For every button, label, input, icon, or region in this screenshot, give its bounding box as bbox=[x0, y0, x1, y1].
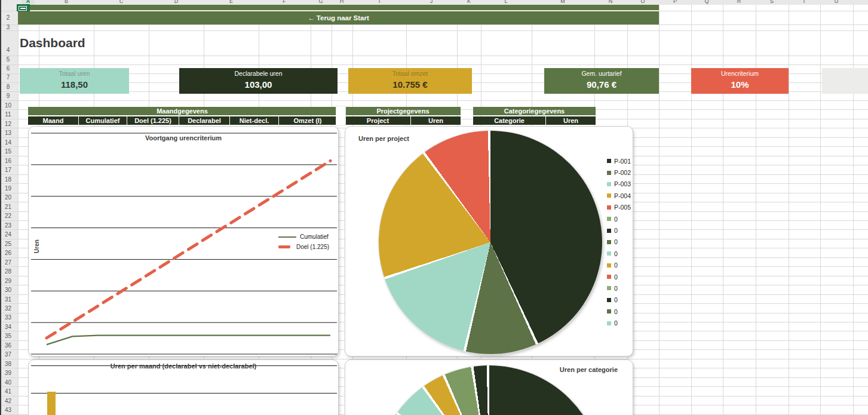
column-header-letter[interactable]: T bbox=[798, 0, 810, 4]
row-header-number[interactable]: 15 bbox=[0, 148, 16, 155]
selected-cell[interactable] bbox=[336, 106, 345, 125]
column-header-letter[interactable]: S bbox=[766, 0, 778, 4]
row-header-number[interactable]: 27 bbox=[0, 259, 16, 266]
chart-uren-per-categorie[interactable]: Uren per categorie bbox=[345, 359, 633, 415]
column-header-letter[interactable]: R bbox=[733, 0, 745, 4]
chart-voortgang-urencriterium[interactable]: Voortgang urencriterium Uren Cumulatief … bbox=[28, 126, 339, 356]
row-header-number[interactable]: 31 bbox=[0, 296, 16, 303]
column-header-letter[interactable]: O bbox=[637, 0, 649, 4]
legend-item[interactable]: 0 bbox=[607, 248, 631, 259]
row-header-number[interactable]: 23 bbox=[0, 222, 16, 229]
row-header-number[interactable]: 20 bbox=[0, 194, 16, 201]
legend-item[interactable]: P-002 bbox=[607, 167, 631, 178]
kpi-card-werkdagen-clipped[interactable]: Werk 1 bbox=[822, 68, 868, 94]
row-header-number[interactable]: 19 bbox=[0, 185, 16, 192]
chart-uren-per-maand[interactable]: Uren per maand (declarabel vs niet-decla… bbox=[28, 359, 339, 415]
column-header-letter[interactable]: B bbox=[60, 0, 72, 4]
row-header-number[interactable]: 3 bbox=[0, 24, 16, 30]
legend-item[interactable]: P-005 bbox=[607, 202, 631, 213]
column-header-letter[interactable]: D bbox=[170, 0, 182, 4]
row-header-number[interactable]: 24 bbox=[0, 231, 16, 238]
row-header-number[interactable]: 40 bbox=[0, 379, 16, 386]
legend-item[interactable]: 0 bbox=[607, 282, 631, 294]
row-header-number[interactable]: 22 bbox=[0, 213, 16, 219]
row-header-number[interactable]: 6 bbox=[0, 65, 16, 72]
column-header-letter[interactable]: G bbox=[315, 0, 327, 4]
table-column-header[interactable]: Declarabel bbox=[179, 116, 229, 125]
table-column-header[interactable]: Niet-decl. bbox=[229, 116, 278, 125]
table-group-projectgegevens[interactable]: Projectgegevens bbox=[345, 107, 461, 115]
legend-item[interactable]: P-003 bbox=[607, 179, 631, 190]
row-header-number[interactable]: 14 bbox=[0, 139, 16, 146]
row-header-number[interactable]: 39 bbox=[0, 370, 16, 376]
row-header-number[interactable]: 33 bbox=[0, 314, 16, 321]
legend-item[interactable]: 0 bbox=[607, 317, 631, 328]
legend-item[interactable]: 0 bbox=[607, 294, 631, 306]
table-column-header[interactable]: Uren bbox=[545, 116, 596, 125]
row-header-number[interactable]: 26 bbox=[0, 250, 16, 256]
row-header-number[interactable]: 17 bbox=[0, 167, 16, 173]
column-header-letter[interactable]: P bbox=[669, 0, 681, 4]
chart-uren-per-project[interactable]: Uren per project P-001P-002P-003P-004P-0… bbox=[345, 126, 633, 356]
row-header-number[interactable]: 18 bbox=[0, 176, 16, 183]
row-header-number[interactable]: 30 bbox=[0, 287, 16, 293]
kpi-card-declarabele-uren[interactable]: Declarabele uren 103,00 bbox=[179, 68, 338, 94]
table-column-header[interactable]: Categorie bbox=[473, 116, 545, 125]
row-header-number[interactable]: 35 bbox=[0, 333, 16, 339]
row-header-number[interactable]: 32 bbox=[0, 305, 16, 312]
kpi-card-totaal-uren[interactable]: Totaal uren 118,50 bbox=[20, 68, 129, 94]
table-column-header[interactable]: Project bbox=[345, 116, 410, 125]
table-group-maandgegevens[interactable]: Maandgegevens bbox=[28, 107, 336, 115]
kpi-card-urencriterium[interactable]: Urencriterium 10% bbox=[691, 68, 789, 94]
row-header-number[interactable]: 4 bbox=[0, 47, 16, 53]
column-header-letter[interactable]: J bbox=[425, 0, 437, 4]
column-header-letter[interactable]: K bbox=[463, 0, 475, 4]
column-header-letter[interactable]: H bbox=[336, 0, 348, 4]
table-group-categoriegegevens[interactable]: Categoriegegevens bbox=[473, 107, 596, 115]
row-header-number[interactable]: 36 bbox=[0, 342, 16, 349]
row-header-number[interactable]: 25 bbox=[0, 241, 16, 247]
legend-item[interactable]: P-001 bbox=[607, 155, 631, 167]
column-header-letter[interactable]: E bbox=[225, 0, 237, 4]
row-header-number[interactable]: 43 bbox=[0, 407, 16, 413]
row-header-number[interactable]: 28 bbox=[0, 268, 16, 275]
row-header-number[interactable]: 5 bbox=[0, 56, 16, 63]
row-header-number[interactable]: 34 bbox=[0, 324, 16, 330]
legend-item[interactable]: 0 bbox=[607, 236, 631, 248]
row-header-number[interactable]: 41 bbox=[0, 388, 16, 395]
row-header-number[interactable]: 16 bbox=[0, 158, 16, 164]
column-header-letter[interactable]: Q bbox=[701, 0, 713, 4]
kpi-card-totaal-omzet[interactable]: Totaal omzet 10.755 € bbox=[348, 68, 472, 94]
row-header-number[interactable]: 13 bbox=[0, 130, 16, 136]
table-column-header[interactable]: Maand bbox=[28, 116, 78, 125]
column-header-letter[interactable]: L bbox=[500, 0, 512, 4]
table-column-header[interactable]: Doel (1.225) bbox=[127, 116, 179, 125]
line-chart-legend[interactable]: Cumulatief Doel (1.225) bbox=[278, 232, 329, 252]
row-header-number[interactable]: 9 bbox=[0, 93, 16, 99]
row-header-number[interactable]: 37 bbox=[0, 351, 16, 358]
column-header-letter[interactable]: M bbox=[557, 0, 569, 4]
column-header-letter[interactable]: N bbox=[605, 0, 617, 4]
column-header-letter[interactable]: U bbox=[830, 0, 842, 4]
legend-item[interactable]: 0 bbox=[607, 225, 631, 236]
column-header-letter[interactable]: F bbox=[278, 0, 290, 4]
legend-item[interactable]: P-004 bbox=[607, 190, 631, 201]
row-header-number[interactable]: 10 bbox=[0, 102, 16, 109]
bar-january[interactable] bbox=[47, 392, 56, 415]
project-pie[interactable] bbox=[379, 131, 602, 354]
row-header-number[interactable]: 38 bbox=[0, 361, 16, 367]
row-header-number[interactable]: 11 bbox=[0, 111, 16, 118]
row-header-number[interactable]: 12 bbox=[0, 121, 16, 127]
row-header-number[interactable]: 7 bbox=[0, 74, 16, 81]
project-pie-legend[interactable]: P-001P-002P-003P-004P-0050000000000 bbox=[607, 155, 631, 329]
table-column-header[interactable]: Cumulatief bbox=[78, 116, 127, 125]
row-header-number[interactable]: 42 bbox=[0, 398, 16, 404]
legend-item[interactable]: 0 bbox=[607, 271, 631, 282]
column-header-letter[interactable]: C bbox=[115, 0, 127, 4]
row-header-number[interactable]: 29 bbox=[0, 278, 16, 284]
row-header-number[interactable]: 8 bbox=[0, 84, 16, 90]
legend-item[interactable]: 0 bbox=[607, 260, 631, 271]
legend-item[interactable]: 0 bbox=[607, 213, 631, 225]
table-column-header[interactable]: Uren bbox=[410, 116, 461, 125]
row-header-number[interactable]: 21 bbox=[0, 204, 16, 210]
